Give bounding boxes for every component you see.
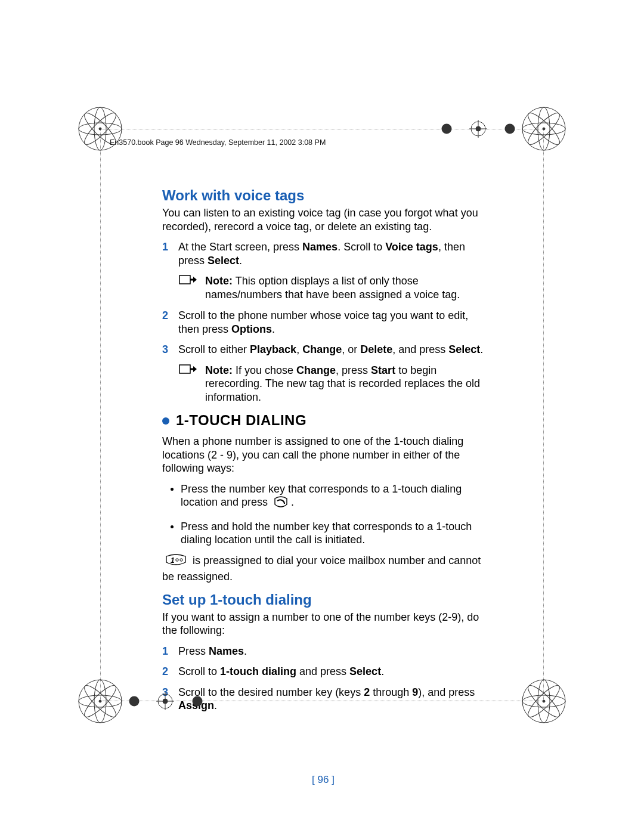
svg-point-7 [543, 128, 545, 130]
rosette-top-left [78, 106, 123, 151]
svg-point-24 [442, 124, 452, 134]
svg-point-1 [99, 128, 101, 130]
crop-circle-icon [129, 696, 140, 707]
svg-point-35 [193, 696, 203, 707]
crop-circle-icon [441, 123, 452, 134]
crop-frame [100, 129, 544, 701]
crop-cross-icon [156, 692, 174, 710]
crop-circle-icon [192, 696, 203, 707]
svg-point-13 [99, 700, 101, 702]
svg-point-19 [543, 700, 545, 702]
svg-point-34 [163, 699, 168, 704]
crop-cross-icon [469, 120, 487, 138]
rosette-top-right [521, 106, 566, 151]
page: En3570.book Page 96 Wednesday, September… [0, 0, 644, 833]
crop-circle-icon [504, 123, 515, 134]
rosette-bottom-right [521, 679, 566, 724]
svg-point-30 [129, 696, 140, 707]
page-number: [ 96 ] [162, 773, 484, 786]
svg-point-28 [476, 126, 481, 131]
rosette-bottom-left [78, 679, 123, 724]
svg-point-29 [505, 124, 515, 134]
